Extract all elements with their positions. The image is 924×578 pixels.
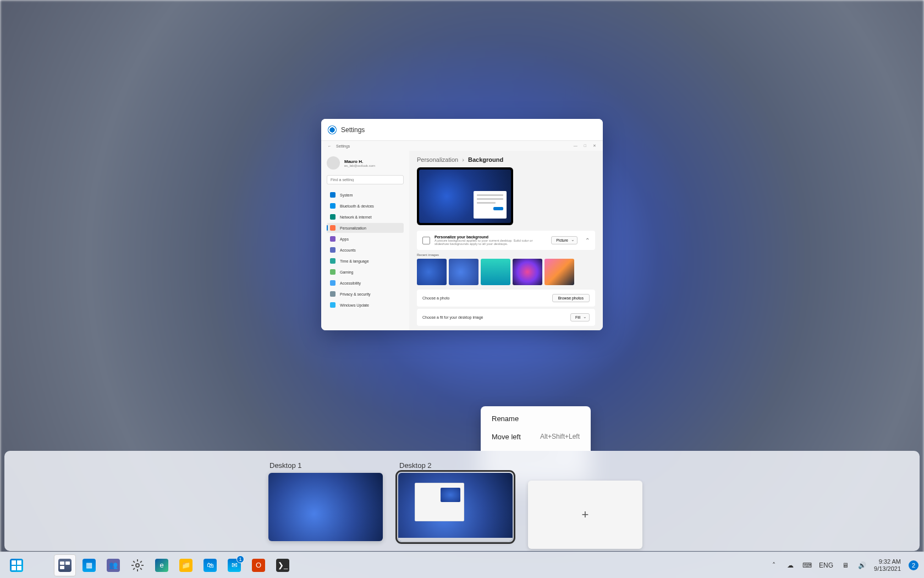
accounts-icon	[330, 247, 336, 253]
plus-icon: +	[582, 508, 589, 522]
widgets-button[interactable]: ▦	[78, 554, 100, 576]
ctx-move-left[interactable]: Move left Alt+Shift+Left	[484, 428, 587, 446]
background-type-dropdown[interactable]: Picture	[551, 236, 578, 244]
taskbar-pinned-apps: ▦ 👥 e 📁 🛍 ✉ 1 O ❯_	[6, 554, 294, 576]
personalization-icon	[330, 225, 336, 231]
settings-taskbar-button[interactable]	[127, 554, 148, 576]
keyboard-icon[interactable]: ⌨	[802, 561, 811, 570]
store-button[interactable]: 🛍	[199, 554, 221, 576]
nav-privacy[interactable]: Privacy & security	[327, 289, 404, 299]
breadcrumb-personalization[interactable]: Personalization	[417, 156, 458, 163]
svg-rect-3	[17, 566, 21, 570]
nav-time[interactable]: Time & language	[327, 256, 404, 266]
image-icon	[422, 237, 430, 244]
minimize-icon[interactable]: —	[574, 144, 578, 148]
edge-button[interactable]: e	[151, 554, 173, 576]
nav-accounts[interactable]: Accounts	[327, 245, 404, 255]
settings-window-preview[interactable]: Settings ← Settings — □ ✕ Mauro H. es_la…	[321, 119, 603, 330]
notifications-badge[interactable]: 2	[909, 560, 919, 570]
browse-photos-button[interactable]: Browse photos	[552, 294, 590, 302]
update-icon	[330, 302, 336, 308]
recent-images-label: Recent images	[417, 253, 595, 257]
user-profile[interactable]: Mauro H. es_lab@outlook.com	[327, 156, 404, 170]
back-icon[interactable]: ←	[328, 144, 332, 148]
svg-rect-0	[12, 560, 16, 565]
recent-images-row	[417, 259, 595, 285]
network-icon	[330, 214, 336, 220]
chevron-right-icon: ›	[462, 156, 464, 163]
recent-image-2[interactable]	[449, 259, 479, 285]
choose-photo-row: Choose a photo Browse photos	[417, 290, 595, 307]
teams-icon: 👥	[107, 559, 120, 572]
nav-personalization[interactable]: Personalization	[327, 223, 404, 233]
choose-fit-row: Choose a fit for your desktop image Fill	[417, 309, 595, 326]
nav-network[interactable]: Network & internet	[327, 212, 404, 222]
desktop-2-thumbnail[interactable]	[398, 473, 513, 541]
clock[interactable]: 9:32 AM 9/13/2021	[874, 558, 901, 572]
volume-icon[interactable]: 🔊	[857, 561, 866, 570]
settings-header-label: Settings	[336, 144, 350, 148]
recent-image-1[interactable]	[417, 259, 447, 285]
virtual-desktop-2[interactable]: Desktop 2	[398, 461, 513, 541]
ctx-rename[interactable]: Rename	[484, 410, 587, 428]
breadcrumb-background: Background	[468, 156, 503, 163]
bluetooth-icon	[330, 203, 336, 209]
settings-sidebar: Mauro H. es_lab@outlook.com System Bluet…	[321, 151, 409, 330]
settings-title: Settings	[341, 126, 365, 134]
settings-titlebar: Settings	[321, 119, 603, 141]
svg-rect-6	[60, 561, 64, 565]
desktop-1-thumbnail[interactable]	[268, 473, 383, 541]
network-tray-icon[interactable]: 🖥	[841, 561, 850, 570]
nav-accessibility[interactable]: Accessibility	[327, 278, 404, 288]
settings-app-icon	[328, 126, 337, 134]
recent-image-5[interactable]	[544, 259, 574, 285]
user-email: es_lab@outlook.com	[344, 164, 375, 167]
fit-dropdown[interactable]: Fill	[570, 313, 590, 321]
avatar	[327, 156, 340, 170]
privacy-icon	[330, 291, 336, 297]
svg-rect-1	[17, 560, 21, 565]
apps-icon	[330, 236, 336, 242]
recent-image-4[interactable]	[513, 259, 542, 285]
time-icon	[330, 258, 336, 264]
svg-rect-2	[12, 566, 16, 570]
search-icon	[34, 559, 47, 572]
start-button[interactable]	[6, 554, 28, 576]
nav-gaming[interactable]: Gaming	[327, 267, 404, 277]
personalize-background-card[interactable]: Personalize your background A picture ba…	[417, 231, 595, 250]
svg-point-4	[36, 560, 43, 568]
chevron-up-icon[interactable]: ⌃	[585, 237, 590, 243]
task-view-button[interactable]	[54, 554, 76, 576]
virtual-desktops-bar: Desktop 1 Desktop 2 +	[4, 451, 920, 551]
mail-badge: 1	[237, 555, 244, 563]
office-button[interactable]: O	[248, 554, 270, 576]
background-preview	[417, 167, 513, 225]
nav-apps[interactable]: Apps	[327, 234, 404, 244]
language-indicator[interactable]: ENG	[819, 561, 833, 569]
widgets-icon: ▦	[82, 559, 96, 572]
explorer-button[interactable]: 📁	[175, 554, 197, 576]
onedrive-icon[interactable]: ☁	[786, 561, 795, 570]
maximize-icon[interactable]: □	[584, 144, 586, 148]
breadcrumb: Personalization › Background	[417, 156, 595, 163]
terminal-button[interactable]: ❯_	[272, 554, 294, 576]
nav-bluetooth[interactable]: Bluetooth & devices	[327, 201, 404, 211]
svg-point-9	[136, 564, 139, 567]
search-input[interactable]	[327, 175, 404, 184]
recent-image-3[interactable]	[481, 259, 510, 285]
edge-icon: e	[155, 559, 168, 572]
virtual-desktop-1[interactable]: Desktop 1	[268, 461, 383, 541]
nav-system[interactable]: System	[327, 190, 404, 200]
search-button[interactable]	[30, 554, 52, 576]
system-tray: ˄ ☁ ⌨ ENG 🖥 🔊 9:32 AM 9/13/2021 2	[769, 558, 919, 572]
mail-button[interactable]: ✉ 1	[223, 554, 245, 576]
new-desktop-button[interactable]: +	[528, 481, 642, 549]
tray-chevron-icon[interactable]: ˄	[769, 561, 778, 570]
nav-update[interactable]: Windows Update	[327, 300, 404, 310]
terminal-icon: ❯_	[276, 559, 289, 572]
office-icon: O	[252, 559, 265, 572]
svg-rect-7	[65, 561, 70, 565]
teams-button[interactable]: 👥	[102, 554, 124, 576]
close-icon[interactable]: ✕	[593, 144, 596, 148]
windows-icon	[10, 559, 23, 572]
